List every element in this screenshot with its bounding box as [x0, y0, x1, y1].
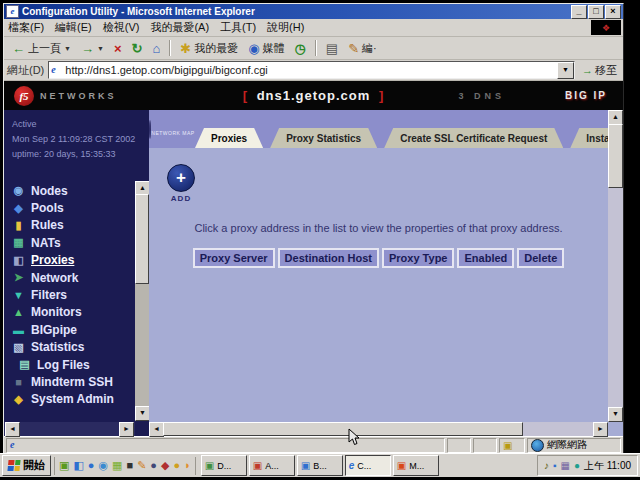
browser-window: e Configuration Utility - Microsoft Inte… [3, 3, 624, 454]
scroll-right-icon[interactable]: ► [119, 422, 134, 437]
quicklaunch-icon[interactable]: ● [150, 460, 157, 471]
scroll-right-icon[interactable]: ► [593, 422, 608, 437]
sidebar-horizontal-scrollbar[interactable]: ◄ ► [4, 422, 135, 436]
start-button[interactable]: 開始 [2, 455, 51, 476]
task-window-button[interactable]: ▣ A... [249, 455, 295, 476]
address-dropdown-icon[interactable]: ▼ [557, 62, 574, 79]
hostname-text: dns1.getop.com [257, 88, 371, 103]
forward-dropdown-icon[interactable]: ▼ [97, 45, 104, 52]
menu-help[interactable]: 說明(H) [267, 20, 304, 35]
tab-proxies[interactable]: Proxies [195, 128, 263, 148]
menu-favorites[interactable]: 我的最愛(A) [150, 20, 209, 35]
minimize-button[interactable]: _ [571, 5, 587, 19]
favorites-button[interactable]: ✱ 我的最愛 [176, 40, 242, 57]
sidebar-item-nodes[interactable]: ◉ Nodes [12, 182, 131, 199]
home-button[interactable]: ⌂ [148, 41, 164, 56]
quicklaunch-icon[interactable]: ◉ [98, 460, 108, 471]
sidebar-item-rules[interactable]: ▮ Rules [12, 217, 131, 234]
quicklaunch-icon[interactable]: ◗ [184, 460, 191, 471]
refresh-button[interactable]: ↻ [127, 41, 146, 56]
quicklaunch-icon[interactable]: ● [173, 460, 180, 471]
quicklaunch-icon[interactable]: ▣ [59, 460, 69, 471]
sidebar-item-bigpipe[interactable]: ▬ BIGpipe [12, 321, 131, 338]
quicklaunch-icon[interactable]: ✎ [137, 460, 146, 471]
scrollbar-thumb[interactable] [163, 422, 523, 436]
proxy-table-header-row: Proxy Server Destination Host Proxy Type… [149, 248, 608, 268]
quicklaunch-icon[interactable]: ● [88, 460, 95, 471]
quicklaunch-icon[interactable]: ■ [126, 460, 133, 471]
quicklaunch-icon[interactable]: ▦ [112, 460, 122, 471]
history-icon: ◷ [294, 42, 305, 55]
quicklaunch-icon[interactable]: ◧ [73, 460, 83, 471]
toolbar-separator [169, 40, 171, 56]
maximize-button[interactable]: □ [588, 5, 604, 19]
network-icon: ➤ [12, 271, 25, 284]
sidebar-item-proxies[interactable]: ◧ Proxies [12, 252, 131, 269]
content-vertical-scrollbar[interactable]: ▲ ▼ [608, 110, 623, 422]
tray-icon[interactable]: ▦ [560, 461, 569, 471]
sidebar-item-filters[interactable]: ▼ Filters [12, 286, 131, 303]
proxies-icon: ◧ [12, 254, 25, 267]
go-button[interactable]: → 移至 [579, 63, 620, 78]
tab-create-ssl-certificate-request[interactable]: Create SSL Certificate Request [384, 128, 563, 148]
media-button[interactable]: ◉ 媒體 [244, 40, 288, 57]
nodes-icon: ◉ [12, 184, 25, 197]
scrollbar-thumb[interactable] [608, 124, 623, 188]
f5-networks-label: NETWORKS [40, 91, 117, 101]
add-icon[interactable]: + [167, 164, 195, 192]
menu-view[interactable]: 檢視(V) [103, 20, 140, 35]
scroll-down-icon[interactable]: ▼ [135, 406, 150, 421]
monitors-icon: ▲ [12, 306, 25, 318]
content-horizontal-scrollbar[interactable]: ◄ ► [149, 422, 608, 436]
tab-proxy-statistics[interactable]: Proxy Statistics [270, 128, 377, 148]
tray-icon[interactable]: ● [574, 461, 580, 471]
bigpipe-icon: ▬ [12, 324, 25, 336]
menu-file[interactable]: 檔案(F) [8, 20, 44, 35]
log-files-icon: ▤ [18, 358, 31, 371]
scroll-left-icon[interactable]: ◄ [5, 422, 20, 437]
menu-edit[interactable]: 編輯(E) [55, 20, 92, 35]
sidebar-item-pools[interactable]: ◆ Pools [12, 199, 131, 216]
sidebar-item-network[interactable]: ➤ Network [12, 269, 131, 286]
sidebar-item-mindterm-ssh[interactable]: ■ Mindterm SSH [12, 373, 131, 390]
system-status: Active Mon Sep 2 11:09:28 CST 2002 uptim… [4, 110, 149, 162]
task-window-button[interactable]: ▣ M... [393, 455, 439, 476]
sidebar-item-statistics[interactable]: ▧ Statistics [12, 339, 131, 356]
column-header-delete: Delete [517, 248, 564, 268]
quicklaunch-icon[interactable]: ◆ [161, 460, 169, 471]
product-3dns-label: 3 DNS [458, 91, 505, 101]
stop-button[interactable]: × [110, 41, 126, 56]
browser-toolbar: ← 上一頁 ▼ → ▼ × ↻ ⌂ ✱ 我的最愛 ◉ [4, 37, 623, 60]
scroll-left-icon[interactable]: ◄ [149, 422, 164, 437]
address-input[interactable] [65, 63, 557, 77]
tray-icon[interactable]: ▪ [553, 461, 557, 471]
scroll-down-icon[interactable]: ▼ [608, 407, 623, 422]
scrollbar-thumb[interactable] [135, 194, 149, 284]
tab-install-ssl-certificate[interactable]: Install SSL Certifi [570, 128, 608, 148]
sidebar-vertical-scrollbar[interactable]: ▲ ▼ [135, 181, 149, 421]
print-button[interactable]: ▤ [322, 41, 342, 56]
add-proxy-button[interactable]: + ADD [167, 164, 195, 203]
menu-bar: 檔案(F) 編輯(E) 檢視(V) 我的最愛(A) 工具(T) 說明(H) ❖ [4, 19, 623, 37]
quick-launch-bar: ▣ ◧ ● ◉ ▦ ■ ✎ ● ◆ ● ◗ [54, 457, 196, 475]
status-pane [473, 438, 497, 453]
scroll-up-icon[interactable]: ▲ [608, 110, 623, 125]
forward-button[interactable]: → ▼ [77, 41, 108, 56]
task-window-button[interactable]: ▣ D... [201, 455, 247, 476]
sidebar-item-nats[interactable]: ▦ NATs [12, 234, 131, 251]
sidebar-item-monitors[interactable]: ▲ Monitors [12, 304, 131, 321]
volume-icon[interactable]: ♪ [544, 461, 549, 471]
task-window-button-active[interactable]: e C... [345, 455, 391, 476]
back-button[interactable]: ← 上一頁 ▼ [8, 40, 75, 57]
back-dropdown-icon[interactable]: ▼ [64, 45, 71, 52]
sidebar-item-system-admin[interactable]: ◈ System Admin [12, 391, 131, 408]
close-button[interactable]: × [605, 5, 621, 19]
edit-button[interactable]: ✎ 編· [344, 40, 381, 57]
task-window-button[interactable]: ▣ B... [297, 455, 343, 476]
network-map-button[interactable]: NETWORK MAP [149, 121, 195, 139]
sidebar-item-log-files[interactable]: ▤ Log Files [12, 356, 131, 373]
content-frame: NETWORK MAP Proxies Proxy Statistics Cre… [149, 110, 623, 436]
history-button[interactable]: ◷ [290, 41, 309, 56]
menu-tools[interactable]: 工具(T) [220, 20, 256, 35]
mindterm-ssh-icon: ■ [12, 376, 25, 388]
